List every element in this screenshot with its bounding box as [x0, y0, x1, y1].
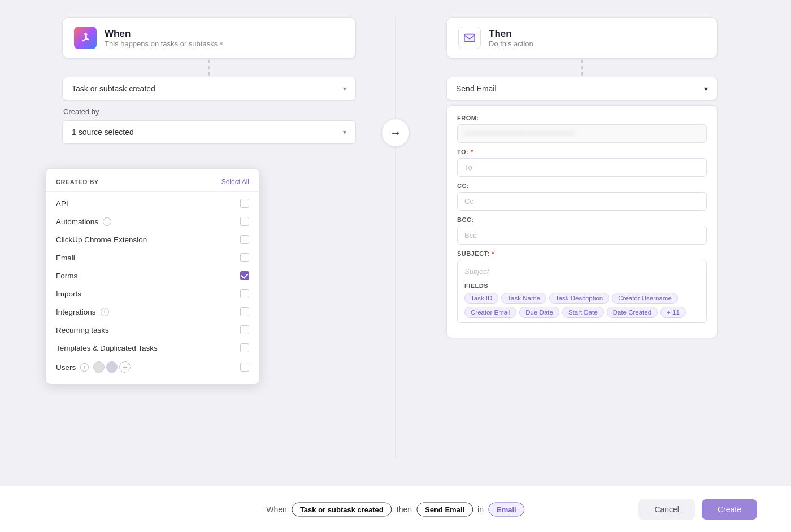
- connector-line-2: [581, 60, 583, 76]
- integrations-info-icon[interactable]: i: [101, 308, 109, 316]
- list-item[interactable]: Recurring tasks: [46, 321, 259, 339]
- menu-header-label: CREATED BY: [56, 178, 99, 185]
- automations-info-icon[interactable]: i: [103, 217, 111, 226]
- created-by-menu: CREATED BY Select All API Automations i: [45, 168, 260, 385]
- bcc-label: BCC:: [457, 216, 707, 223]
- list-item[interactable]: Forms: [46, 267, 259, 285]
- when-subtitle: This happens on tasks or subtasks ▾: [105, 40, 223, 48]
- recurring-label: Recurring tasks: [56, 326, 109, 334]
- chrome-ext-checkbox[interactable]: [240, 235, 249, 244]
- email-checkbox[interactable]: [240, 253, 249, 262]
- chrome-ext-label: ClickUp Chrome Extension: [56, 236, 147, 244]
- subject-label: SUBJECT: *: [457, 250, 707, 257]
- fields-more-tag[interactable]: + 11: [660, 307, 686, 318]
- summary-trigger-pill: Task or subtask created: [292, 502, 392, 516]
- field-tag-due-date[interactable]: Due Date: [519, 307, 559, 318]
- imports-checkbox[interactable]: [240, 289, 249, 298]
- integrations-checkbox[interactable]: [240, 307, 249, 316]
- users-avatars: +: [93, 361, 131, 373]
- bcc-row: BCC:: [457, 216, 707, 245]
- list-item[interactable]: API: [46, 194, 259, 212]
- templates-checkbox[interactable]: [240, 343, 249, 352]
- trigger-chevron-icon: ▾: [343, 85, 346, 93]
- to-required: *: [471, 149, 473, 155]
- subject-required: *: [492, 250, 494, 257]
- from-row: FROM: ••••••••••••••••••••••••••••••: [457, 115, 707, 143]
- email-label: Email: [56, 254, 75, 262]
- menu-header: CREATED BY Select All: [46, 176, 259, 192]
- list-item[interactable]: Email: [46, 248, 259, 267]
- templates-label: Templates & Duplicated Tasks: [56, 344, 158, 352]
- create-button[interactable]: Create: [702, 499, 757, 520]
- then-subtitle: Do this action: [489, 40, 533, 48]
- users-label: Users: [56, 363, 76, 372]
- integrations-label: Integrations: [56, 308, 96, 316]
- when-card: When This happens on tasks or subtasks ▾: [62, 17, 356, 59]
- summary-action-pill: Send Email: [416, 502, 473, 516]
- then-title: Then: [489, 28, 533, 40]
- trigger-dropdown[interactable]: Task or subtask created ▾: [62, 77, 356, 101]
- from-label: FROM:: [457, 115, 707, 121]
- cc-label: CC:: [457, 182, 707, 189]
- cancel-button[interactable]: Cancel: [638, 499, 695, 520]
- recurring-checkbox[interactable]: [240, 325, 249, 334]
- api-label: API: [56, 199, 68, 208]
- field-tag-creator-email[interactable]: Creator Email: [464, 307, 516, 318]
- to-input[interactable]: [457, 158, 707, 177]
- subject-row: SUBJECT: * Subject FIELDS Task ID Task N…: [457, 250, 707, 323]
- automations-checkbox[interactable]: [240, 217, 249, 226]
- field-tag-creator-username[interactable]: Creator Username: [612, 293, 678, 304]
- list-item[interactable]: Templates & Duplicated Tasks: [46, 339, 259, 357]
- svg-rect-0: [464, 34, 475, 42]
- send-email-chevron-icon: ▾: [704, 84, 708, 93]
- list-item[interactable]: Users i +: [46, 357, 259, 377]
- bcc-input[interactable]: [457, 226, 707, 245]
- when-title: When: [105, 28, 223, 40]
- trigger-dropdown-value: Task or subtask created: [72, 84, 155, 93]
- bottom-buttons: Cancel Create: [638, 499, 757, 520]
- summary-in-label: in: [477, 505, 484, 514]
- from-value-blurred: ••••••••••••••••••••••••••••••: [457, 124, 707, 143]
- field-tag-start-date[interactable]: Start Date: [562, 307, 604, 318]
- add-user-icon[interactable]: +: [119, 361, 131, 373]
- field-tag-task-id[interactable]: Task ID: [464, 293, 498, 304]
- created-by-label: Created by: [63, 107, 356, 116]
- to-row: TO: *: [457, 149, 707, 177]
- email-form: FROM: •••••••••••••••••••••••••••••• TO:…: [446, 105, 718, 338]
- bottom-summary: When Task or subtask created then Send E…: [266, 502, 524, 516]
- user-avatar-1: [93, 361, 105, 373]
- send-email-dropdown-value: Send Email: [456, 84, 497, 93]
- summary-then-label: then: [397, 505, 412, 514]
- users-checkbox[interactable]: [240, 363, 249, 372]
- send-email-dropdown[interactable]: Send Email ▾: [446, 77, 718, 101]
- to-label: TO: *: [457, 149, 707, 155]
- summary-channel-pill: Email: [488, 502, 525, 516]
- imports-label: Imports: [56, 290, 81, 298]
- when-icon: [74, 27, 97, 49]
- when-subtitle-chevron: ▾: [220, 40, 223, 47]
- select-all-button[interactable]: Select All: [221, 178, 249, 186]
- cc-row: CC:: [457, 182, 707, 211]
- arrow-divider: →: [381, 119, 410, 147]
- created-by-dropdown[interactable]: 1 source selected ▾: [62, 120, 356, 144]
- subject-placeholder: Subject: [464, 265, 699, 278]
- api-checkbox[interactable]: [240, 199, 249, 208]
- created-by-value: 1 source selected: [72, 128, 134, 137]
- forms-label: Forms: [56, 272, 77, 280]
- forms-checkbox[interactable]: [240, 271, 249, 280]
- field-tag-date-created[interactable]: Date Created: [607, 307, 658, 318]
- users-info-icon[interactable]: i: [80, 363, 89, 372]
- field-tag-task-description[interactable]: Task Description: [549, 293, 609, 304]
- summary-when-label: When: [266, 505, 287, 514]
- list-item[interactable]: Imports: [46, 285, 259, 303]
- automations-label: Automations: [56, 217, 98, 226]
- fields-tags-container: Task ID Task Name Task Description Creat…: [464, 293, 699, 318]
- then-card: Then Do this action: [446, 17, 718, 59]
- list-item[interactable]: ClickUp Chrome Extension: [46, 230, 259, 248]
- cc-input[interactable]: [457, 192, 707, 211]
- subject-area[interactable]: Subject FIELDS Task ID Task Name Task De…: [457, 260, 707, 323]
- field-tag-task-name[interactable]: Task Name: [501, 293, 546, 304]
- user-avatar-2: [106, 361, 118, 373]
- list-item[interactable]: Automations i: [46, 212, 259, 230]
- list-item[interactable]: Integrations i: [46, 303, 259, 321]
